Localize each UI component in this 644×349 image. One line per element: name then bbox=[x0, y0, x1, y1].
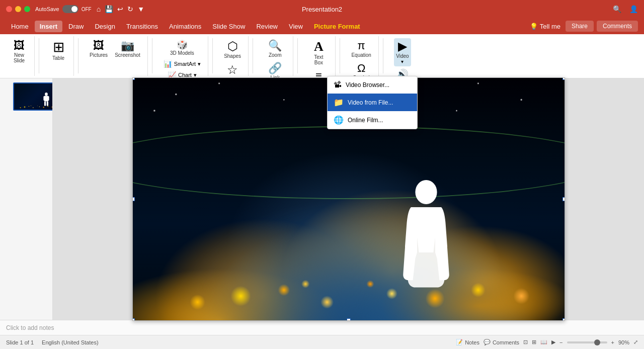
equation-label: Equation bbox=[351, 52, 371, 58]
pictures-label: Pictures bbox=[90, 52, 108, 58]
menu-home[interactable]: Home bbox=[6, 21, 34, 32]
notes-bar: Click to add notes bbox=[0, 320, 644, 335]
ribbon-group-illustrations: 🎲 3D Models 📊 SmartArt ▾ 📈 Chart ▾ bbox=[156, 36, 208, 76]
zoom-label: Zoom bbox=[269, 52, 282, 58]
equation-icon: π bbox=[358, 40, 365, 51]
handle-bottom-middle[interactable] bbox=[347, 318, 351, 321]
svg-rect-5 bbox=[47, 102, 48, 106]
menu-animations[interactable]: Animations bbox=[164, 21, 206, 32]
status-left: Slide 1 of 1 English (United States) bbox=[6, 339, 99, 345]
models-3d-label: 3D Models bbox=[170, 50, 194, 56]
zoom-thumb[interactable] bbox=[594, 339, 600, 345]
handle-bottom-right[interactable] bbox=[562, 318, 565, 321]
images-row-top: 🖼 Pictures 📷 Screenshot bbox=[87, 38, 143, 60]
menu-picture-format[interactable]: Picture Format bbox=[309, 21, 365, 32]
zoom-slider[interactable] bbox=[567, 341, 607, 343]
status-bar: Slide 1 of 1 English (United States) 📝 N… bbox=[0, 335, 644, 349]
fit-slide-icon[interactable]: ⤢ bbox=[633, 339, 638, 345]
separator-6 bbox=[297, 38, 298, 73]
new-slide-label: NewSlide bbox=[14, 52, 25, 63]
comments-button[interactable]: Comments bbox=[597, 21, 638, 32]
video-chevron: ▾ bbox=[401, 59, 404, 64]
main-area: 1 bbox=[0, 78, 644, 320]
video-button[interactable]: ▶ Video ▾ bbox=[394, 38, 411, 66]
zoom-icon: 🔍 bbox=[268, 40, 282, 51]
textbox-label: TextBox bbox=[314, 54, 323, 65]
account-icon[interactable]: 👤 bbox=[629, 5, 638, 13]
undo-icon[interactable]: ↩ bbox=[117, 5, 123, 13]
zoom-level[interactable]: 90% bbox=[618, 339, 629, 345]
models-3d-button[interactable]: 🎲 3D Models bbox=[167, 38, 197, 58]
svg-rect-2 bbox=[43, 96, 45, 101]
textbox-button[interactable]: A TextBox bbox=[307, 38, 330, 67]
title-bar-right: 🔍 👤 bbox=[613, 5, 638, 13]
screenshot-icon: 📷 bbox=[121, 40, 134, 51]
nav-icons: ⌂ 💾 ↩ ↻ ▼ bbox=[97, 5, 144, 13]
screenshot-button[interactable]: 📷 Screenshot bbox=[112, 38, 143, 60]
smartart-button[interactable]: 📊 SmartArt ▾ bbox=[160, 59, 204, 69]
video-browser-label: Video Browser... bbox=[346, 81, 389, 89]
shapes-icon: ⬡ bbox=[227, 40, 238, 52]
separator-5 bbox=[253, 38, 253, 73]
handle-middle-right[interactable] bbox=[562, 197, 565, 201]
video-from-file-label: Video from File... bbox=[348, 99, 393, 106]
ribbon-group-shapes: ⬡ Shapes ☆ Icons bbox=[217, 36, 249, 76]
autosave-toggle[interactable] bbox=[62, 5, 78, 13]
separator-3 bbox=[152, 38, 152, 73]
video-dropdown: 📽 Video Browser... 📁 Video from File... … bbox=[327, 76, 418, 129]
table-label: Table bbox=[52, 55, 64, 61]
slide-panel: 1 bbox=[0, 78, 53, 320]
search-icon[interactable]: 🔍 bbox=[613, 5, 621, 13]
menu-review[interactable]: Review bbox=[251, 21, 283, 32]
menu-bar: Home Insert Draw Design Transitions Anim… bbox=[0, 18, 644, 34]
view-normal-icon[interactable]: ⊡ bbox=[523, 339, 528, 345]
window-title: Presentation2 bbox=[302, 6, 342, 13]
handle-bottom-left[interactable] bbox=[132, 318, 135, 321]
close-button[interactable] bbox=[6, 6, 12, 12]
menu-draw[interactable]: Draw bbox=[63, 21, 89, 32]
save-icon[interactable]: 💾 bbox=[105, 5, 113, 13]
menu-transitions[interactable]: Transitions bbox=[121, 21, 163, 32]
view-slide-sorter-icon[interactable]: ⊞ bbox=[532, 339, 536, 345]
video-browser-option[interactable]: 📽 Video Browser... bbox=[328, 76, 417, 94]
more-icon[interactable]: ▼ bbox=[137, 5, 144, 13]
video-icon: ▶ bbox=[398, 40, 407, 52]
ribbon-group-media: ▶ Video ▾ 🔊 Audio 📽 Video Browser... 📁 V… bbox=[387, 36, 418, 76]
table-button[interactable]: ⊞ Table bbox=[47, 38, 69, 63]
view-reading-icon[interactable]: 📖 bbox=[540, 339, 547, 345]
redo-icon[interactable]: ↻ bbox=[127, 5, 133, 13]
menu-slideshow[interactable]: Slide Show bbox=[207, 21, 250, 32]
zoom-in-icon[interactable]: + bbox=[611, 339, 614, 345]
tell-me[interactable]: 💡 Tell me bbox=[530, 23, 560, 30]
ribbon-group-text: A TextBox ≡ Header &Footer A WordArt bbox=[302, 36, 336, 76]
notes-icon: 📝 bbox=[456, 339, 463, 345]
online-film-label: Online Film... bbox=[348, 117, 383, 124]
shapes-button[interactable]: ⬡ Shapes bbox=[221, 38, 244, 61]
handle-middle-left[interactable] bbox=[132, 197, 135, 201]
menu-design[interactable]: Design bbox=[90, 21, 120, 32]
zoom-button[interactable]: 🔍 Zoom bbox=[264, 38, 286, 60]
maximize-button[interactable] bbox=[24, 6, 30, 12]
handle-top-left[interactable] bbox=[132, 77, 135, 80]
video-from-file-option[interactable]: 📁 Video from File... bbox=[328, 94, 417, 111]
smartart-label: SmartArt bbox=[174, 61, 196, 67]
handle-top-right[interactable] bbox=[562, 77, 565, 80]
home-icon[interactable]: ⌂ bbox=[97, 5, 101, 13]
new-slide-button[interactable]: 🖼 NewSlide bbox=[8, 38, 30, 65]
shapes-label: Shapes bbox=[224, 53, 241, 59]
notes-status-button[interactable]: 📝 Notes bbox=[456, 339, 479, 345]
zoom-out-icon[interactable]: − bbox=[559, 339, 562, 345]
menu-insert[interactable]: Insert bbox=[35, 21, 62, 32]
icons-icon: ☆ bbox=[227, 64, 238, 76]
view-presenter-icon[interactable]: ▶ bbox=[551, 339, 555, 345]
menu-view[interactable]: View bbox=[284, 21, 308, 32]
pictures-button[interactable]: 🖼 Pictures bbox=[87, 38, 111, 60]
separator-4 bbox=[212, 38, 213, 73]
comments-status-button[interactable]: 💬 Comments bbox=[484, 339, 519, 345]
equation-button[interactable]: π Equation bbox=[348, 38, 374, 60]
share-button[interactable]: Share bbox=[566, 21, 594, 32]
minimize-button[interactable] bbox=[15, 6, 21, 12]
notes-placeholder[interactable]: Click to add notes bbox=[6, 324, 54, 331]
slide-thumbnail-1[interactable] bbox=[13, 82, 53, 111]
online-film-option[interactable]: 🌐 Online Film... bbox=[328, 111, 417, 129]
